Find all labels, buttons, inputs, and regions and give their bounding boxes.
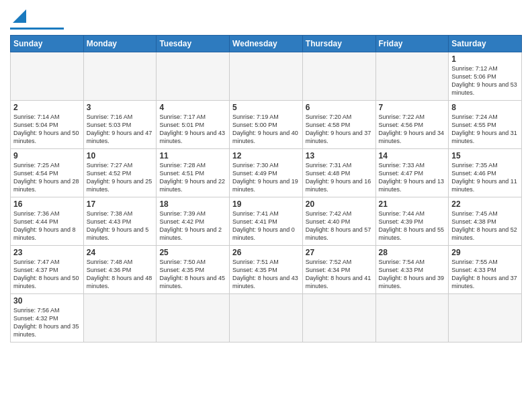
weekday-tuesday: Tuesday (157, 36, 230, 52)
calendar-cell: 21Sunrise: 7:44 AM Sunset: 4:39 PM Dayli… (375, 197, 449, 246)
calendar-cell (375, 52, 449, 101)
calendar-cell: 14Sunrise: 7:33 AM Sunset: 4:47 PM Dayli… (375, 149, 449, 197)
week-row-6: 30Sunrise: 7:56 AM Sunset: 4:32 PM Dayli… (11, 294, 522, 342)
calendar-cell: 27Sunrise: 7:52 AM Sunset: 4:34 PM Dayli… (302, 246, 375, 294)
day-number: 15 (451, 151, 519, 161)
calendar-cell (157, 52, 230, 101)
calendar-cell: 9Sunrise: 7:25 AM Sunset: 4:54 PM Daylig… (11, 149, 84, 197)
day-number: 19 (232, 199, 300, 209)
day-info: Sunrise: 7:48 AM Sunset: 4:36 PM Dayligh… (87, 258, 154, 291)
weekday-header-row: SundayMondayTuesdayWednesdayThursdayFrid… (11, 36, 522, 52)
day-number: 26 (232, 248, 300, 257)
weekday-wednesday: Wednesday (230, 36, 303, 52)
calendar-cell (11, 52, 84, 101)
logo-icon (13, 9, 26, 23)
calendar-cell (83, 52, 157, 101)
day-number: 23 (13, 248, 81, 257)
calendar-cell: 13Sunrise: 7:31 AM Sunset: 4:48 PM Dayli… (302, 149, 375, 197)
day-info: Sunrise: 7:28 AM Sunset: 4:51 PM Dayligh… (159, 161, 226, 194)
calendar-cell (157, 294, 230, 342)
calendar-cell: 11Sunrise: 7:28 AM Sunset: 4:51 PM Dayli… (157, 149, 230, 197)
day-number: 21 (379, 199, 446, 209)
week-row-4: 16Sunrise: 7:36 AM Sunset: 4:44 PM Dayli… (11, 197, 522, 246)
day-info: Sunrise: 7:42 AM Sunset: 4:40 PM Dayligh… (306, 210, 373, 242)
day-number: 5 (232, 103, 300, 112)
calendar-cell: 6Sunrise: 7:20 AM Sunset: 4:58 PM Daylig… (302, 101, 375, 149)
weekday-monday: Monday (83, 36, 157, 52)
day-info: Sunrise: 7:54 AM Sunset: 4:33 PM Dayligh… (379, 258, 446, 291)
day-info: Sunrise: 7:17 AM Sunset: 5:01 PM Dayligh… (159, 113, 226, 146)
day-info: Sunrise: 7:51 AM Sunset: 4:35 PM Dayligh… (232, 258, 300, 291)
day-number: 3 (87, 103, 154, 112)
day-number: 8 (451, 103, 519, 112)
day-info: Sunrise: 7:56 AM Sunset: 4:32 PM Dayligh… (13, 306, 81, 339)
calendar-cell: 10Sunrise: 7:27 AM Sunset: 4:52 PM Dayli… (83, 149, 157, 197)
day-number: 13 (306, 151, 373, 161)
day-number: 20 (306, 199, 373, 209)
calendar-cell: 24Sunrise: 7:48 AM Sunset: 4:36 PM Dayli… (83, 246, 157, 294)
calendar-cell (230, 52, 303, 101)
week-row-3: 9Sunrise: 7:25 AM Sunset: 4:54 PM Daylig… (11, 149, 522, 197)
svg-marker-0 (13, 9, 26, 23)
weekday-thursday: Thursday (302, 36, 375, 52)
day-number: 22 (451, 199, 519, 209)
calendar: SundayMondayTuesdayWednesdayThursdayFrid… (10, 35, 522, 342)
calendar-cell: 1Sunrise: 7:12 AM Sunset: 5:06 PM Daylig… (449, 52, 522, 101)
calendar-cell: 12Sunrise: 7:30 AM Sunset: 4:49 PM Dayli… (230, 149, 303, 197)
calendar-cell: 19Sunrise: 7:41 AM Sunset: 4:41 PM Dayli… (230, 197, 303, 246)
week-row-2: 2Sunrise: 7:14 AM Sunset: 5:04 PM Daylig… (11, 101, 522, 149)
day-number: 27 (306, 248, 373, 257)
day-number: 24 (87, 248, 154, 257)
calendar-cell: 28Sunrise: 7:54 AM Sunset: 4:33 PM Dayli… (375, 246, 449, 294)
day-info: Sunrise: 7:30 AM Sunset: 4:49 PM Dayligh… (232, 161, 300, 194)
calendar-cell (375, 294, 449, 342)
day-number: 6 (306, 103, 373, 112)
day-info: Sunrise: 7:38 AM Sunset: 4:43 PM Dayligh… (87, 210, 154, 242)
day-number: 11 (159, 151, 226, 161)
calendar-cell: 26Sunrise: 7:51 AM Sunset: 4:35 PM Dayli… (230, 246, 303, 294)
calendar-cell (302, 294, 375, 342)
day-number: 7 (379, 103, 446, 112)
day-number: 9 (13, 151, 81, 161)
day-info: Sunrise: 7:55 AM Sunset: 4:33 PM Dayligh… (451, 258, 519, 291)
day-info: Sunrise: 7:24 AM Sunset: 4:55 PM Dayligh… (451, 113, 519, 146)
day-info: Sunrise: 7:31 AM Sunset: 4:48 PM Dayligh… (306, 161, 373, 194)
calendar-cell: 18Sunrise: 7:39 AM Sunset: 4:42 PM Dayli… (157, 197, 230, 246)
day-info: Sunrise: 7:14 AM Sunset: 5:04 PM Dayligh… (13, 113, 81, 146)
day-info: Sunrise: 7:45 AM Sunset: 4:38 PM Dayligh… (451, 210, 519, 242)
day-info: Sunrise: 7:44 AM Sunset: 4:39 PM Dayligh… (379, 210, 446, 242)
day-info: Sunrise: 7:47 AM Sunset: 4:37 PM Dayligh… (13, 258, 81, 291)
calendar-cell (302, 52, 375, 101)
week-row-5: 23Sunrise: 7:47 AM Sunset: 4:37 PM Dayli… (11, 246, 522, 294)
day-info: Sunrise: 7:20 AM Sunset: 4:58 PM Dayligh… (306, 113, 373, 146)
calendar-cell: 30Sunrise: 7:56 AM Sunset: 4:32 PM Dayli… (11, 294, 84, 342)
calendar-cell: 29Sunrise: 7:55 AM Sunset: 4:33 PM Dayli… (449, 246, 522, 294)
day-number: 2 (13, 103, 81, 112)
day-info: Sunrise: 7:39 AM Sunset: 4:42 PM Dayligh… (159, 210, 226, 242)
calendar-cell: 23Sunrise: 7:47 AM Sunset: 4:37 PM Dayli… (11, 246, 84, 294)
calendar-cell: 8Sunrise: 7:24 AM Sunset: 4:55 PM Daylig… (449, 101, 522, 149)
week-row-1: 1Sunrise: 7:12 AM Sunset: 5:06 PM Daylig… (11, 52, 522, 101)
day-number: 12 (232, 151, 300, 161)
calendar-cell: 2Sunrise: 7:14 AM Sunset: 5:04 PM Daylig… (11, 101, 84, 149)
page: SundayMondayTuesdayWednesdayThursdayFrid… (0, 0, 532, 411)
weekday-friday: Friday (375, 36, 449, 52)
header (10, 7, 522, 30)
day-info: Sunrise: 7:25 AM Sunset: 4:54 PM Dayligh… (13, 161, 81, 194)
day-number: 30 (13, 296, 81, 306)
calendar-cell: 7Sunrise: 7:22 AM Sunset: 4:56 PM Daylig… (375, 101, 449, 149)
day-number: 18 (159, 199, 226, 209)
day-number: 17 (87, 199, 154, 209)
day-info: Sunrise: 7:27 AM Sunset: 4:52 PM Dayligh… (87, 161, 154, 194)
day-info: Sunrise: 7:12 AM Sunset: 5:06 PM Dayligh… (451, 64, 519, 97)
calendar-cell: 25Sunrise: 7:50 AM Sunset: 4:35 PM Dayli… (157, 246, 230, 294)
calendar-cell: 17Sunrise: 7:38 AM Sunset: 4:43 PM Dayli… (83, 197, 157, 246)
day-info: Sunrise: 7:19 AM Sunset: 5:00 PM Dayligh… (232, 113, 300, 146)
weekday-sunday: Sunday (11, 36, 84, 52)
day-number: 25 (159, 248, 226, 257)
calendar-cell (83, 294, 157, 342)
day-info: Sunrise: 7:22 AM Sunset: 4:56 PM Dayligh… (379, 113, 446, 146)
day-number: 1 (451, 54, 519, 64)
calendar-cell: 20Sunrise: 7:42 AM Sunset: 4:40 PM Dayli… (302, 197, 375, 246)
calendar-cell: 16Sunrise: 7:36 AM Sunset: 4:44 PM Dayli… (11, 197, 84, 246)
